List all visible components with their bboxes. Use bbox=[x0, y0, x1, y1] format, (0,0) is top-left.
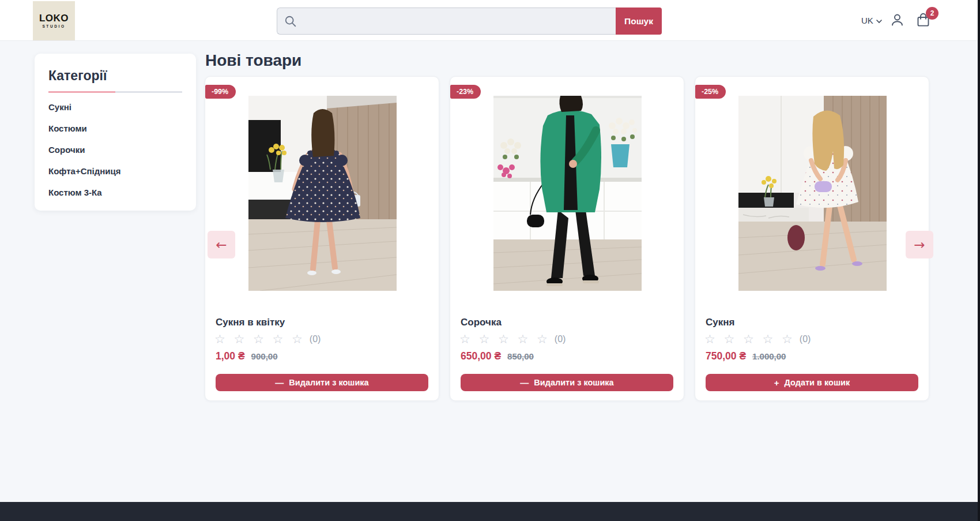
add-to-cart-button[interactable]: + Додати в кошик bbox=[706, 374, 918, 391]
cart-button-label: Видалити з кошика bbox=[289, 378, 368, 387]
discount-badge: -99% bbox=[205, 85, 236, 99]
minus-icon: — bbox=[520, 378, 529, 387]
product-image[interactable] bbox=[248, 96, 397, 291]
storefront-page: LOKO STUDIO Пошук UK bbox=[0, 0, 980, 521]
product-card: -23% bbox=[450, 76, 684, 401]
remove-from-cart-button[interactable]: — Видалити з кошика bbox=[461, 374, 673, 391]
rating-count: (0) bbox=[555, 334, 566, 344]
chevron-down-icon bbox=[876, 16, 882, 25]
discount-badge: -23% bbox=[450, 85, 481, 99]
search-button[interactable]: Пошук bbox=[616, 8, 662, 35]
logo-subtext: STUDIO bbox=[42, 24, 65, 28]
current-price: 650,00 ₴ bbox=[461, 350, 501, 362]
cart-button[interactable]: 2 bbox=[914, 12, 932, 29]
scrollbar[interactable] bbox=[978, 0, 980, 521]
carousel-prev-button[interactable]: ← bbox=[208, 231, 235, 258]
product-card: -99% bbox=[205, 76, 439, 401]
arrow-left-icon: ← bbox=[216, 237, 227, 252]
search-bar: Пошук bbox=[277, 8, 662, 35]
plus-icon: + bbox=[774, 378, 779, 387]
price-row: 750,00 ₴ 1.000,00 bbox=[706, 350, 786, 362]
product-image[interactable] bbox=[738, 96, 887, 291]
product-name[interactable]: Сукня bbox=[706, 317, 734, 328]
rating-row: ☆ ☆ ☆ ☆ ☆ (0) bbox=[214, 332, 321, 347]
product-image[interactable] bbox=[493, 96, 642, 291]
star-rating-icons: ☆ ☆ ☆ ☆ ☆ bbox=[459, 332, 550, 347]
logo-text: LOKO bbox=[39, 13, 69, 23]
sidebar-item-suits[interactable]: Костюми bbox=[48, 123, 87, 134]
star-rating-icons: ☆ ☆ ☆ ☆ ☆ bbox=[214, 332, 305, 347]
sidebar-divider bbox=[48, 91, 182, 93]
product-grid: -99% bbox=[205, 76, 929, 401]
page-title: Нові товари bbox=[205, 51, 301, 70]
sidebar-item-top-skirt[interactable]: Кофта+Спідниця bbox=[48, 166, 121, 177]
old-price: 850,00 bbox=[507, 351, 534, 361]
header: LOKO STUDIO Пошук UK bbox=[0, 0, 980, 41]
account-button[interactable] bbox=[888, 12, 906, 29]
rating-row: ☆ ☆ ☆ ☆ ☆ (0) bbox=[704, 332, 811, 347]
rating-row: ☆ ☆ ☆ ☆ ☆ (0) bbox=[459, 332, 566, 347]
product-name[interactable]: Сорочка bbox=[461, 317, 502, 328]
categories-sidebar: Категорії Сукні Костюми Сорочки Кофта+Сп… bbox=[35, 54, 196, 211]
sidebar-item-suit-3[interactable]: Костюм 3-Ка bbox=[48, 187, 102, 198]
old-price: 1.000,00 bbox=[752, 351, 786, 361]
cart-count-badge: 2 bbox=[926, 7, 938, 20]
price-row: 650,00 ₴ 850,00 bbox=[461, 350, 534, 362]
minus-icon: — bbox=[275, 378, 284, 387]
cart-button-label: Видалити з кошика bbox=[534, 378, 613, 387]
search-input[interactable] bbox=[277, 8, 616, 34]
footer bbox=[0, 502, 980, 521]
current-price: 750,00 ₴ bbox=[706, 350, 746, 362]
product-card: -25% bbox=[695, 76, 929, 401]
carousel-next-button[interactable]: → bbox=[906, 231, 933, 258]
arrow-right-icon: → bbox=[914, 237, 925, 252]
rating-count: (0) bbox=[310, 334, 321, 344]
logo[interactable]: LOKO STUDIO bbox=[33, 1, 75, 40]
product-name[interactable]: Сукня в квітку bbox=[216, 317, 285, 328]
star-rating-icons: ☆ ☆ ☆ ☆ ☆ bbox=[704, 332, 795, 347]
remove-from-cart-button[interactable]: — Видалити з кошика bbox=[216, 374, 428, 391]
language-selector[interactable]: UK bbox=[861, 0, 882, 41]
discount-badge: -25% bbox=[695, 85, 726, 99]
language-label: UK bbox=[861, 16, 873, 25]
category-list: Сукні Костюми Сорочки Кофта+Спідниця Кос… bbox=[48, 102, 182, 198]
cart-button-label: Додати в кошик bbox=[785, 378, 850, 387]
price-row: 1,00 ₴ 900,00 bbox=[216, 350, 278, 362]
old-price: 900,00 bbox=[251, 351, 278, 361]
sidebar-item-shirts[interactable]: Сорочки bbox=[48, 144, 85, 156]
person-icon bbox=[889, 21, 905, 29]
shopping-bag-icon bbox=[915, 21, 931, 29]
rating-count: (0) bbox=[800, 334, 811, 344]
sidebar-item-dresses[interactable]: Сукні bbox=[48, 102, 71, 113]
search-box bbox=[277, 8, 616, 35]
sidebar-title: Категорії bbox=[48, 68, 182, 84]
current-price: 1,00 ₴ bbox=[216, 350, 245, 362]
